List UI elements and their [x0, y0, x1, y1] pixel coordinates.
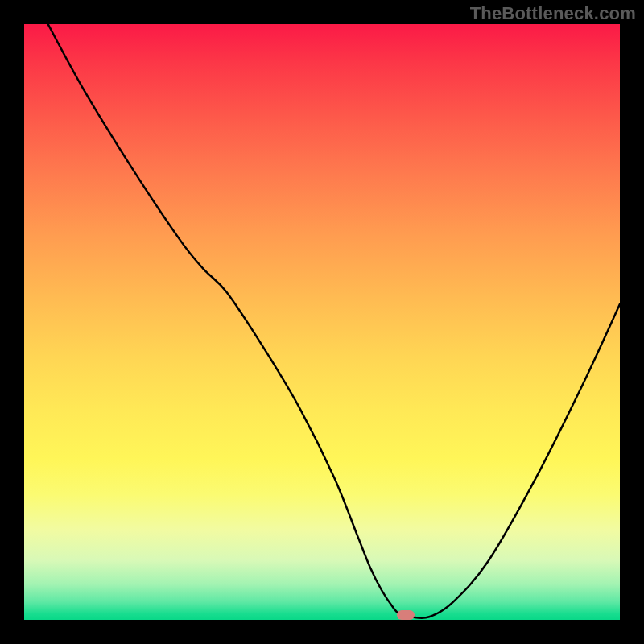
curve-svg	[24, 24, 620, 620]
bottleneck-curve	[48, 24, 620, 618]
watermark-text: TheBottleneck.com	[470, 3, 636, 24]
plot-area	[24, 24, 620, 620]
optimal-marker	[397, 610, 415, 620]
chart-frame: TheBottleneck.com	[0, 0, 644, 644]
